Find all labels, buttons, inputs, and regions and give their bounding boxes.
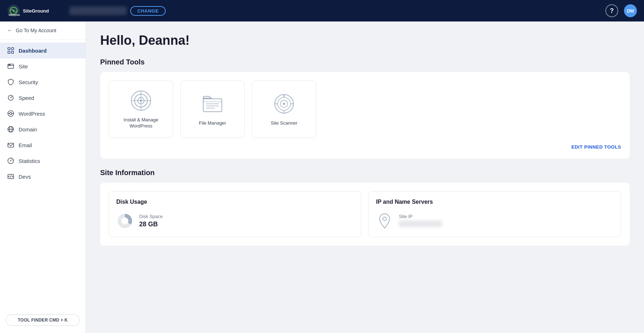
- sidebar-item-wordpress[interactable]: WordPress: [0, 106, 86, 121]
- email-icon: [7, 141, 14, 149]
- site-icon: [7, 63, 14, 70]
- domain-icon: [7, 126, 14, 133]
- svg-rect-22: [8, 143, 14, 147]
- sidebar-item-statistics-label: Statistics: [19, 158, 40, 164]
- tool-card-wordpress[interactable]: Install & Manage WordPress: [109, 81, 173, 138]
- svg-rect-7: [8, 51, 10, 53]
- svg-rect-33: [203, 99, 222, 112]
- sidebar-item-domain-label: Domain: [19, 126, 37, 132]
- tool-card-file-manager[interactable]: File Manager: [180, 81, 245, 138]
- svg-text:SiteGround: SiteGround: [9, 14, 20, 16]
- svg-point-49: [383, 217, 386, 221]
- site-name-display: [69, 6, 127, 15]
- devs-icon: [7, 173, 14, 180]
- svg-text:SiteGround: SiteGround: [23, 8, 49, 14]
- svg-point-2: [13, 10, 15, 12]
- go-to-my-account-link[interactable]: ← Go To My Account: [0, 21, 86, 40]
- svg-point-12: [10, 64, 10, 65]
- disk-usage-card: Disk Usage Disk Space 28: [109, 191, 361, 237]
- svg-rect-6: [11, 48, 14, 50]
- sidebar-item-site[interactable]: Site: [0, 58, 86, 74]
- sidebar-item-security-label: Security: [19, 79, 38, 85]
- wordpress-icon: [7, 110, 14, 117]
- ip-details: Site IP: [399, 214, 442, 228]
- app-body: ← Go To My Account Dashboard: [0, 21, 644, 333]
- sidebar-item-speed-label: Speed: [19, 95, 34, 101]
- back-label: Go To My Account: [16, 28, 56, 33]
- ip-name-servers-card: IP and Name Servers Site IP: [369, 191, 621, 237]
- ip-name-servers-title: IP and Name Servers: [376, 199, 614, 205]
- svg-rect-5: [8, 48, 10, 50]
- sidebar-item-devs[interactable]: Devs: [0, 169, 86, 184]
- disk-space-label: Disk Space: [139, 214, 163, 219]
- wordpress-tool-label: Install & Manage WordPress: [109, 117, 173, 129]
- siteground-wordmark: SiteGround: [23, 7, 59, 15]
- main-content: Hello, Deanna! Pinned Tools: [86, 21, 644, 333]
- disk-usage-title: Disk Usage: [116, 199, 354, 205]
- site-ip-label: Site IP: [399, 214, 442, 219]
- pinned-tools-card: Install & Manage WordPress: [100, 72, 630, 159]
- sidebar-nav: Dashboard Site: [0, 40, 86, 310]
- svg-line-26: [10, 175, 11, 178]
- sidebar-item-speed[interactable]: Speed: [0, 90, 86, 106]
- wordpress-tool-icon: [130, 89, 152, 112]
- svg-rect-34: [203, 101, 222, 102]
- disk-usage-details: Disk Space 28 GB: [139, 214, 163, 228]
- sidebar-item-wordpress-label: WordPress: [19, 111, 45, 117]
- svg-rect-8: [11, 51, 14, 53]
- svg-point-32: [140, 100, 142, 102]
- site-info-title: Site Information: [100, 169, 630, 177]
- svg-point-14: [10, 97, 11, 98]
- sidebar-item-dashboard[interactable]: Dashboard: [0, 43, 86, 58]
- site-scanner-tool-icon: [273, 92, 296, 115]
- file-manager-tool-label: File Manager: [196, 120, 229, 126]
- pinned-tools-grid: Install & Manage WordPress: [109, 81, 621, 138]
- disk-pie-chart-icon: [116, 212, 133, 230]
- disk-usage-row: Disk Space 28 GB: [116, 212, 354, 230]
- svg-point-48: [121, 217, 128, 225]
- dashboard-icon: [7, 47, 14, 54]
- speed-icon: [7, 94, 14, 101]
- site-scanner-tool-label: Site Scanner: [268, 120, 300, 126]
- site-selector: CHANGE: [69, 6, 166, 16]
- page-greeting: Hello, Deanna!: [100, 33, 630, 48]
- sidebar-item-devs-label: Devs: [19, 174, 31, 180]
- security-icon: [7, 78, 14, 86]
- statistics-icon: [7, 157, 14, 164]
- sidebar: ← Go To My Account Dashboard: [0, 21, 86, 333]
- file-manager-tool-icon: [201, 92, 224, 115]
- sidebar-item-site-label: Site: [19, 63, 28, 69]
- location-pin-icon: [376, 212, 393, 230]
- edit-pinned-tools-link[interactable]: EDIT PINNED TOOLS: [571, 144, 621, 150]
- site-ip-value: [399, 221, 442, 227]
- topnav-right: ? DM: [605, 4, 637, 17]
- svg-point-41: [283, 103, 285, 105]
- sidebar-item-security[interactable]: Security: [0, 74, 86, 90]
- svg-point-11: [9, 64, 9, 65]
- site-info-card: Disk Usage Disk Space 28: [100, 183, 630, 246]
- user-avatar-button[interactable]: DM: [624, 4, 637, 17]
- site-info-grid: Disk Usage Disk Space 28: [109, 191, 621, 237]
- edit-pinned-tools-area: EDIT PINNED TOOLS: [109, 144, 621, 150]
- topnav: SiteGround SiteGround CHANGE ? DM: [0, 0, 644, 21]
- pinned-tools-title: Pinned Tools: [100, 58, 630, 66]
- svg-point-24: [10, 160, 11, 161]
- help-button[interactable]: ?: [605, 4, 618, 17]
- disk-space-value: 28 GB: [139, 221, 163, 228]
- sidebar-item-domain[interactable]: Domain: [0, 121, 86, 137]
- sidebar-item-email-label: Email: [19, 142, 32, 148]
- tool-finder-button[interactable]: TOOL FINDER CMD + K: [6, 314, 80, 326]
- tool-card-site-scanner[interactable]: Site Scanner: [252, 81, 316, 138]
- svg-point-46: [283, 95, 285, 97]
- sidebar-item-email[interactable]: Email: [0, 137, 86, 153]
- siteground-logo-icon: SiteGround: [7, 4, 20, 17]
- ip-row: Site IP: [376, 212, 614, 230]
- logo-area: SiteGround SiteGround: [7, 4, 59, 17]
- sidebar-item-dashboard-label: Dashboard: [19, 48, 47, 54]
- sidebar-item-statistics[interactable]: Statistics: [0, 153, 86, 169]
- back-arrow-icon: ←: [7, 27, 13, 34]
- svg-point-16: [10, 112, 12, 115]
- change-site-button[interactable]: CHANGE: [130, 6, 166, 16]
